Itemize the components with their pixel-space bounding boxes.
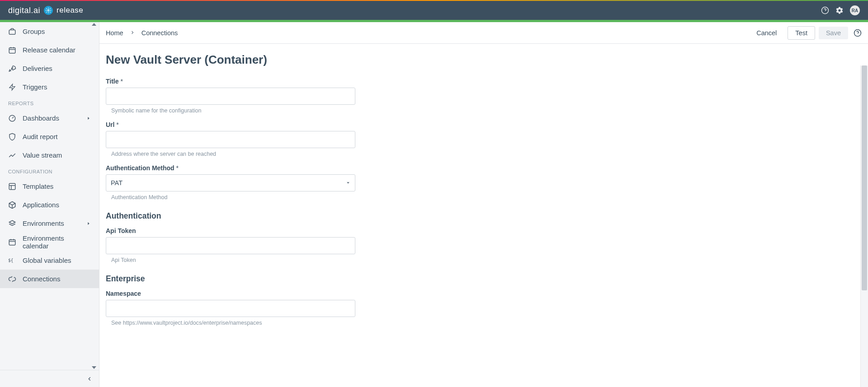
title-help: Symbolic name for the configuration bbox=[111, 107, 464, 114]
sidebar-item-release-calendar[interactable]: Release calendar bbox=[0, 41, 99, 59]
brand-name: digital.ai bbox=[8, 6, 40, 15]
briefcase-icon bbox=[8, 28, 16, 36]
bolt-icon bbox=[8, 83, 16, 91]
nav-label: Environments calendar bbox=[23, 234, 91, 250]
breadcrumb-connections[interactable]: Connections bbox=[142, 29, 178, 37]
url-label: Url * bbox=[106, 121, 464, 128]
nav-label: Applications bbox=[23, 201, 91, 209]
vertical-scrollbar[interactable] bbox=[860, 65, 868, 387]
sidebar-item-triggers[interactable]: Triggers bbox=[0, 78, 99, 96]
nav-label: Triggers bbox=[23, 83, 91, 91]
sidebar-item-deliveries[interactable]: Deliveries bbox=[0, 59, 99, 78]
scroll-down-indicator[interactable] bbox=[92, 366, 96, 369]
section-header-configuration: CONFIGURATION bbox=[0, 164, 99, 177]
api-token-input[interactable] bbox=[106, 237, 355, 254]
auth-method-value: PAT bbox=[111, 179, 123, 187]
namespace-input[interactable] bbox=[106, 300, 355, 317]
sidebar-item-groups[interactable]: Groups bbox=[0, 22, 99, 41]
title-input[interactable] bbox=[106, 88, 355, 105]
svg-marker-8 bbox=[9, 84, 15, 90]
shield-icon bbox=[8, 133, 16, 141]
url-help: Address where the server can be reached bbox=[111, 151, 464, 157]
chevron-right-icon bbox=[86, 220, 91, 227]
breadcrumb: Home Connections bbox=[106, 29, 178, 37]
section-header-reports: REPORTS bbox=[0, 96, 99, 109]
nav-label: Connections bbox=[23, 275, 91, 283]
scrollbar-thumb[interactable] bbox=[862, 65, 867, 290]
breadcrumb-home[interactable]: Home bbox=[106, 29, 123, 37]
svg-rect-12 bbox=[9, 239, 15, 245]
sidebar-collapse-button[interactable] bbox=[0, 370, 99, 387]
svg-marker-11 bbox=[9, 220, 15, 224]
sidebar-item-environments[interactable]: Environments bbox=[0, 214, 99, 233]
sidebar-item-connections[interactable]: Connections bbox=[0, 270, 99, 288]
rocket-icon bbox=[8, 65, 16, 73]
trend-icon bbox=[8, 151, 16, 159]
help-icon[interactable] bbox=[821, 6, 829, 14]
chevron-right-icon bbox=[86, 115, 91, 122]
sidebar-item-templates[interactable]: Templates bbox=[0, 177, 99, 196]
gauge-icon bbox=[8, 114, 16, 122]
sidebar-item-audit-report[interactable]: Audit report bbox=[0, 127, 99, 146]
svg-rect-4 bbox=[9, 47, 15, 53]
section-enterprise: Enterprise bbox=[106, 274, 464, 284]
title-label: Title * bbox=[106, 78, 464, 85]
nav-label: Groups bbox=[23, 28, 91, 35]
nav-label: Global variables bbox=[23, 256, 91, 264]
brand-product: release bbox=[57, 6, 83, 15]
auth-method-help: Authentication Method bbox=[111, 194, 464, 200]
nav-label: Deliveries bbox=[23, 65, 91, 72]
calendar-icon bbox=[8, 46, 16, 54]
stack-icon bbox=[8, 219, 16, 228]
topbar: digital.ai release RA bbox=[0, 1, 868, 20]
calendar-icon bbox=[8, 238, 16, 246]
cancel-button[interactable]: Cancel bbox=[749, 27, 784, 39]
svg-rect-3 bbox=[9, 30, 15, 34]
gear-icon[interactable] bbox=[835, 6, 844, 14]
toolbar: Home Connections Cancel Test Save bbox=[99, 22, 868, 44]
test-button[interactable]: Test bbox=[788, 26, 815, 40]
namespace-help: See https://www.vaultproject.io/docs/ent… bbox=[111, 320, 464, 326]
sidebar-item-environments-calendar[interactable]: Environments calendar bbox=[0, 233, 99, 251]
nav-label: Dashboards bbox=[23, 114, 80, 122]
nav-label: Environments bbox=[23, 219, 80, 227]
brand-icon bbox=[44, 6, 53, 15]
sidebar-item-global-variables[interactable]: ${ Global variables bbox=[0, 251, 99, 270]
plug-icon bbox=[8, 275, 16, 283]
nav-label: Audit report bbox=[23, 133, 91, 140]
nav-label: Release calendar bbox=[23, 46, 91, 54]
avatar[interactable]: RA bbox=[850, 5, 860, 15]
chevron-right-icon bbox=[130, 29, 135, 37]
auth-method-label: Authentication Method * bbox=[106, 164, 464, 172]
sidebar-item-applications[interactable]: Applications bbox=[0, 196, 99, 214]
section-authentication: Authentication bbox=[106, 211, 464, 221]
svg-point-0 bbox=[47, 9, 49, 11]
main: Home Connections Cancel Test Save New Va… bbox=[99, 22, 868, 387]
nav-label: Templates bbox=[23, 182, 91, 190]
page-title: New Vault Server (Container) bbox=[106, 53, 464, 67]
url-input[interactable] bbox=[106, 131, 355, 148]
svg-text:${: ${ bbox=[8, 258, 14, 263]
help-icon[interactable] bbox=[854, 29, 862, 37]
sidebar-item-value-stream[interactable]: Value stream bbox=[0, 146, 99, 164]
sidebar-item-dashboards[interactable]: Dashboards bbox=[0, 109, 99, 127]
nav-label: Value stream bbox=[23, 151, 91, 159]
dollar-braces-icon: ${ bbox=[8, 256, 16, 265]
sidebar: Groups Release calendar Deliveries Trigg… bbox=[0, 22, 99, 387]
cube-icon bbox=[8, 201, 16, 209]
caret-down-icon bbox=[346, 179, 350, 187]
namespace-label: Namespace bbox=[106, 290, 464, 297]
template-icon bbox=[8, 182, 16, 191]
auth-method-select[interactable]: PAT bbox=[106, 174, 355, 191]
save-button[interactable]: Save bbox=[819, 27, 848, 39]
api-token-help: Api Token bbox=[111, 257, 464, 263]
api-token-label: Api Token bbox=[106, 227, 464, 234]
svg-rect-10 bbox=[9, 183, 15, 190]
brand: digital.ai release bbox=[8, 6, 83, 15]
